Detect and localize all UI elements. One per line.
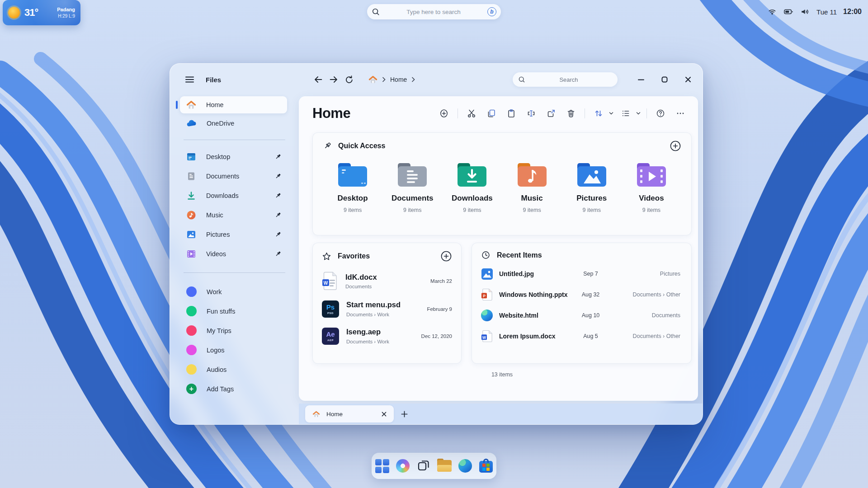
wifi-icon[interactable] <box>768 7 777 16</box>
volume-icon[interactable] <box>800 7 810 16</box>
toolbar-divider <box>585 108 585 118</box>
view-icon[interactable] <box>618 106 633 121</box>
file-name: Windows Nothing.pptx <box>499 291 569 298</box>
recent-item-lorem-ipsum-docx[interactable]: W Lorem Ipsum.docx Aug 5 Documents › Oth… <box>481 326 682 347</box>
sidebar-item-pictures[interactable]: Pictures <box>180 225 287 244</box>
minimize-button[interactable] <box>637 76 645 83</box>
quick-access-folder-videos[interactable]: Videos 9 items <box>622 162 681 213</box>
weather-widget[interactable]: 31° Padang H:29 L:9 <box>3 0 80 25</box>
start-icon[interactable] <box>374 458 390 474</box>
pin-icon[interactable] <box>274 173 282 180</box>
store-icon[interactable] <box>478 458 494 474</box>
sidebar-tag-work[interactable]: Work <box>180 282 287 301</box>
toolbar <box>436 106 692 121</box>
recent-item-website-html[interactable]: Website.html Aug 10 Documents <box>481 305 682 326</box>
battery-icon[interactable] <box>783 7 794 16</box>
tag-color-dot <box>186 364 197 375</box>
pin-icon[interactable] <box>274 231 282 238</box>
refresh-button[interactable] <box>341 72 357 87</box>
folder-item-count: 9 items <box>403 207 421 213</box>
recent-item-untitled-jpg[interactable]: Untitled.jpg Sep 7 Pictures <box>481 263 682 284</box>
add-favorite-button[interactable] <box>440 250 452 262</box>
sidebar-item-videos[interactable]: Videos <box>180 244 287 263</box>
hamburger-menu-icon[interactable] <box>185 76 194 83</box>
close-button[interactable] <box>684 76 692 83</box>
quick-access-folder-desktop[interactable]: Desktop 9 items <box>323 162 382 213</box>
quick-access-folder-pictures[interactable]: Pictures 9 items <box>562 162 622 213</box>
quick-access-folder-documents[interactable]: Documents 9 items <box>382 162 442 213</box>
svg-text:W: W <box>482 335 486 340</box>
breadcrumb-item-home[interactable]: Home <box>390 76 407 83</box>
folder-name: Documents <box>392 194 434 203</box>
add-quick-access-button[interactable] <box>670 140 681 152</box>
desktop-search-bar[interactable]: b <box>367 4 501 19</box>
more-icon[interactable] <box>673 106 688 121</box>
forward-button[interactable] <box>326 72 341 87</box>
favorite-item-idk-docx[interactable]: W IdK.docx Documents March 22 <box>322 272 452 291</box>
documents-icon <box>186 172 196 181</box>
tag-label: Work <box>207 288 222 296</box>
folder-item-count: 9 items <box>523 207 541 213</box>
copy-icon[interactable] <box>484 106 499 121</box>
sidebar-item-onedrive[interactable]: OneDrive <box>180 113 287 133</box>
sidebar-item-label: Documents <box>206 173 239 180</box>
recent-item-windows-nothing-pptx[interactable]: P Windows Nothing.pptx Aug 32 Documents … <box>481 284 682 305</box>
sidebar-item-label: Home <box>206 101 224 108</box>
sidebar-tag-my-trips[interactable]: My Trips <box>180 321 287 340</box>
tag-color-dot <box>186 286 197 297</box>
home-icon[interactable] <box>368 75 377 84</box>
sidebar-item-home[interactable]: Home <box>180 96 287 113</box>
copilot-icon[interactable] <box>395 458 410 474</box>
help-icon[interactable] <box>653 106 668 121</box>
pin-icon[interactable] <box>274 250 282 258</box>
pin-icon[interactable] <box>274 192 282 199</box>
maximize-button[interactable] <box>661 76 668 83</box>
selection-accent-bar <box>176 101 178 109</box>
window-search-input[interactable] <box>525 76 612 83</box>
file-explorer-icon[interactable] <box>437 458 452 474</box>
sidebar-add-tags-button[interactable]: + Add Tags <box>180 379 287 399</box>
back-button[interactable] <box>311 72 326 87</box>
favorite-item-iseng-aep[interactable]: Ae AEP Iseng.aep Documents › Work Dec 12… <box>322 327 452 345</box>
favorites-section: Favorites W IdK.docx Documents <box>312 243 462 364</box>
share-icon[interactable] <box>543 106 559 121</box>
tray-time[interactable]: 12:00 <box>843 8 862 16</box>
paste-icon[interactable] <box>504 106 519 121</box>
window-search-bar[interactable] <box>513 72 618 87</box>
quick-access-folder-downloads[interactable]: Downloads 9 items <box>442 162 502 213</box>
task-view-icon[interactable] <box>416 458 431 474</box>
tag-label: Fun stuffs <box>207 308 235 315</box>
pin-icon[interactable] <box>274 153 282 160</box>
weather-high-low: H:29 L:9 <box>57 13 75 19</box>
tab-home[interactable]: Home <box>305 405 394 422</box>
favorite-item-start-menu-psd[interactable]: Ps PSD Start menu.psd Documents › Work F… <box>322 300 452 318</box>
sidebar-item-desktop[interactable]: Desktop <box>180 147 287 166</box>
bing-icon[interactable]: b <box>487 7 496 16</box>
file-name: Iseng.aep <box>346 327 389 337</box>
sidebar-item-downloads[interactable]: Downloads <box>180 186 287 205</box>
rename-icon[interactable] <box>524 106 539 121</box>
tray-date[interactable]: Tue 11 <box>816 8 837 16</box>
sidebar-item-label: Downloads <box>206 192 239 199</box>
section-title: Favorites <box>338 252 370 260</box>
sidebar-tag-audios[interactable]: Audios <box>180 360 287 379</box>
file-location: Documents › Other <box>613 291 683 298</box>
delete-icon[interactable] <box>563 106 579 121</box>
cut-icon[interactable] <box>464 106 479 121</box>
file-date: Sep 7 <box>569 271 613 277</box>
tab-close-icon[interactable] <box>382 412 387 417</box>
system-tray[interactable]: Tue 11 12:00 <box>768 5 862 19</box>
quick-access-folder-music[interactable]: Music 9 items <box>502 162 562 213</box>
sidebar-item-music[interactable]: Music <box>180 205 287 225</box>
sort-icon[interactable] <box>591 106 606 121</box>
sidebar-tag-logos[interactable]: Logos <box>180 340 287 360</box>
sidebar-tag-fun-stuffs[interactable]: Fun stuffs <box>180 301 287 321</box>
new-tab-button[interactable] <box>396 406 412 422</box>
pin-icon[interactable] <box>274 211 282 219</box>
edge-icon[interactable] <box>458 458 473 474</box>
sidebar-item-documents[interactable]: Documents <box>180 166 287 186</box>
add-icon[interactable] <box>436 106 452 121</box>
chevron-down-icon[interactable] <box>636 112 641 115</box>
desktop-search-input[interactable] <box>380 9 487 15</box>
chevron-down-icon[interactable] <box>609 112 613 115</box>
